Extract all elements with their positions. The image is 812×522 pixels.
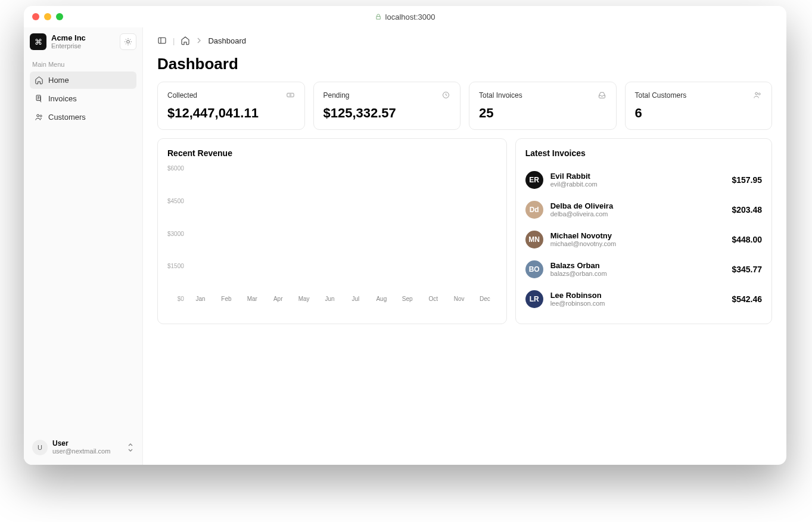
invoice-row[interactable]: LRLee Robinsonlee@robinson.com$542.46 [525,284,762,314]
chart-x-label: Aug [376,296,387,302]
chart-y-tick: $0 [178,296,184,302]
invoice-row[interactable]: BOBalazs Orbanbalazs@orban.com$345.77 [525,254,762,284]
chart-x-label: Jan [195,296,205,302]
invoice-avatar: ER [525,171,543,189]
banknote-icon [286,91,295,100]
chart-bar-column: Feb [217,292,235,302]
invoice-avatar: Dd [525,201,543,219]
invoice-name: Michael Novotny [550,231,617,241]
sidebar: ⌘ Acme Inc Enterprise Main Menu Home Inv… [24,27,143,465]
traffic-lights [32,13,63,20]
chart-y-tick: $6000 [167,165,184,172]
card-pending: Pending $125,332.57 [313,82,461,130]
sidebar-item-home[interactable]: Home [30,72,136,89]
user-email: user@nextmail.com [52,448,110,455]
invoice-email: evil@rabbit.com [550,181,598,188]
card-label: Pending [323,91,350,100]
sidebar-toggle-button[interactable] [157,36,167,45]
panel-title: Latest Invoices [525,148,762,158]
card-label: Collected [167,91,197,100]
invoice-row[interactable]: MNMichael Novotnymichael@novotny.com$448… [525,225,762,254]
invoice-avatar: BO [525,260,543,278]
card-label: Total Customers [635,91,687,100]
invoice-amount: $345.77 [732,265,762,274]
card-collected: Collected $12,447,041.11 [157,82,305,130]
theme-toggle-button[interactable] [120,33,136,50]
svg-rect-14 [287,93,293,97]
svg-rect-12 [158,38,166,43]
revenue-chart: $6000$4500$3000$1500$0 JanFebMarAprMayJu… [167,165,497,302]
chart-bar-column: Dec [475,292,494,302]
address-bar[interactable]: localhost:3000 [375,13,435,21]
svg-point-17 [755,92,758,95]
sidebar-item-label: Home [48,76,69,85]
invoice-amount: $157.95 [732,175,762,185]
breadcrumb-home-icon[interactable] [181,36,190,45]
user-name: User [52,440,110,448]
panel-latest-invoices: Latest Invoices EREvil Rabbitevil@rabbit… [515,138,772,324]
close-window-button[interactable] [32,13,39,20]
invoice-email: michael@novotny.com [550,240,617,248]
user-avatar: U [32,440,48,455]
chart-bar-column: Sep [398,292,416,302]
card-label: Total Invoices [479,91,522,100]
chart-x-label: Nov [454,296,465,302]
invoice-email: delba@oliveira.com [550,210,614,218]
chart-x-label: Jun [325,296,334,302]
chart-bar-column: Jul [346,292,365,302]
maximize-window-button[interactable] [56,13,63,20]
invoice-name: Balazs Orban [550,261,607,271]
chart-y-tick: $4500 [167,198,184,204]
svg-point-0 [127,41,130,44]
chart-x-label: Apr [273,296,283,302]
chart-bar-column: Jan [191,292,210,302]
user-menu[interactable]: U User user@nextmail.com [30,436,136,459]
sidebar-item-customers[interactable]: Customers [30,108,136,126]
main-content: | Dashboard Dashboard Collected $12,447,… [143,27,786,465]
breadcrumb-current: Dashboard [208,36,246,45]
chart-x-label: Feb [221,296,231,302]
svg-line-8 [130,39,130,40]
svg-point-10 [37,114,39,117]
url-text: localhost:3000 [385,13,435,21]
panel-title: Recent Revenue [167,148,497,158]
chart-y-tick: $1500 [167,263,184,269]
svg-point-18 [758,93,760,95]
invoice-amount: $542.46 [732,294,762,304]
invoice-avatar: MN [525,231,543,248]
svg-line-7 [126,44,126,44]
org-switcher[interactable]: ⌘ Acme Inc Enterprise [30,33,136,50]
titlebar: localhost:3000 [24,6,786,27]
chevron-right-icon [196,38,202,44]
org-plan: Enterprise [51,42,86,49]
card-value: $12,447,041.11 [167,105,295,121]
clock-icon [441,91,450,100]
page-title: Dashboard [157,55,772,73]
chart-bar-column: Jun [321,292,339,302]
chart-bar-column: Aug [372,292,391,302]
invoice-row[interactable]: EREvil Rabbitevil@rabbit.com$157.95 [525,165,762,195]
invoice-name: Delba de Oliveira [550,201,614,211]
chart-x-label: Mar [247,296,257,302]
file-stack-icon [35,94,43,103]
chart-bars: JanFebMarAprMayJunJulAugSepOctNovDec [189,165,497,302]
home-icon [35,76,43,85]
sun-icon [124,38,132,46]
svg-point-15 [290,94,291,96]
org-name: Acme Inc [51,34,86,42]
minimize-window-button[interactable] [44,13,51,20]
chart-x-label: May [298,296,310,302]
inbox-icon [598,91,606,100]
chart-x-label: Jul [352,296,360,302]
chart-bar-column: Apr [269,292,287,302]
users-icon [35,113,43,122]
chart-bar-column: Mar [243,292,262,302]
chart-bar-column: May [294,292,313,302]
svg-point-11 [40,115,42,117]
card-value: 6 [635,105,763,121]
users-icon [753,91,762,100]
sidebar-item-invoices[interactable]: Invoices [30,90,136,107]
invoice-row[interactable]: DdDelba de Oliveiradelba@oliveira.com$20… [525,195,762,225]
invoice-amount: $448.00 [732,235,762,244]
chart-bar-column: Nov [450,292,468,302]
